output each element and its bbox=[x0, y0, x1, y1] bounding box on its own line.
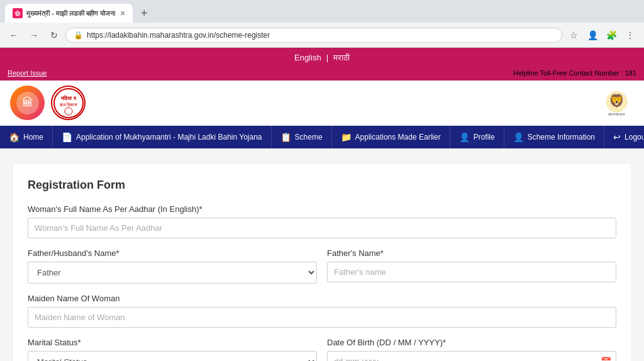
back-button[interactable]: ← bbox=[5, 26, 23, 44]
browser-action-buttons: ☆ 👤 🧩 ⋮ bbox=[565, 26, 639, 44]
svg-text:🦁: 🦁 bbox=[609, 93, 625, 108]
english-link[interactable]: English bbox=[294, 53, 321, 63]
tab-bar: 🌸 मुख्यमंत्री - माझी लडकी बहीण योजना × + bbox=[0, 0, 644, 23]
form-title: Registration Form bbox=[28, 179, 616, 192]
navigation-bar: 🏠 Home 📄 Application of Mukhyamantri - M… bbox=[0, 126, 644, 148]
maiden-name-label: Maiden Name Of Woman bbox=[28, 294, 616, 303]
logo-left: 🏛 महिला व बाल विकास bbox=[10, 86, 86, 120]
home-icon: 🏠 bbox=[9, 132, 19, 142]
report-bar: Report Issue Helpline Toll-Free Contact … bbox=[0, 68, 644, 81]
page: English | मराठी Report Issue Helpline To… bbox=[0, 48, 644, 361]
browser-controls: ← → ↻ 🔒 https://ladakibahin.maharashtra.… bbox=[0, 23, 644, 48]
father-husband-row: Father/Husband's Name* Father Husband Fa… bbox=[28, 248, 616, 294]
father-name-input[interactable] bbox=[327, 262, 616, 282]
lock-icon: 🔒 bbox=[74, 31, 83, 40]
applications-earlier-icon: 📁 bbox=[341, 132, 352, 142]
tab-favicon: 🌸 bbox=[13, 8, 23, 18]
tab-title: मुख्यमंत्री - माझी लडकी बहीण योजना bbox=[26, 9, 115, 18]
nav-profile-label: Profile bbox=[474, 133, 495, 142]
scheme-info-icon: 👤 bbox=[513, 132, 524, 142]
nav-profile[interactable]: 👤 Profile bbox=[450, 126, 504, 148]
father-husband-group: Father/Husband's Name* Father Husband bbox=[28, 248, 317, 284]
marital-status-label: Marital Status* bbox=[28, 338, 317, 347]
marathi-link[interactable]: मराठी bbox=[333, 53, 350, 63]
dob-input-wrapper: 📅 bbox=[327, 351, 616, 361]
bookmark-button[interactable]: ☆ bbox=[565, 26, 582, 44]
extensions-button[interactable]: 🧩 bbox=[602, 26, 620, 44]
india-emblem: 🦁 भारत सरकार bbox=[599, 86, 634, 120]
scheme-icon: 📋 bbox=[280, 132, 291, 142]
new-tab-button[interactable]: + bbox=[135, 4, 153, 22]
ashoka-emblem-svg: 🦁 भारत सरकार bbox=[599, 86, 634, 120]
dob-input[interactable] bbox=[327, 351, 616, 361]
profile-button[interactable]: 👤 bbox=[584, 26, 601, 44]
full-name-group: Woman's Full Name As Per Aadhar (In Engl… bbox=[28, 204, 616, 238]
lang-separator: | bbox=[326, 53, 328, 63]
marital-status-group: Marital Status* Marital Status Single Ma… bbox=[28, 338, 317, 361]
nav-logout-label: Logout bbox=[625, 133, 644, 142]
wcd-emblem-svg: महिला व बाल विकास bbox=[53, 87, 84, 119]
svg-text:भारत सरकार: भारत सरकार bbox=[608, 113, 626, 116]
maharashtra-logo: 🏛 bbox=[10, 86, 45, 120]
logout-icon: ↩ bbox=[613, 132, 621, 142]
dob-group: Date Of Birth (DD / MM / YYYY)* 📅 bbox=[327, 338, 616, 361]
reload-button[interactable]: ↻ bbox=[45, 26, 63, 44]
nav-applications-earlier[interactable]: 📁 Applications Made Earlier bbox=[332, 126, 450, 148]
nav-scheme[interactable]: 📋 Scheme bbox=[272, 126, 332, 148]
svg-text:बाल विकास: बाल विकास bbox=[58, 102, 77, 107]
nav-home[interactable]: 🏠 Home bbox=[0, 126, 53, 148]
url-text: https://ladakibahin.maharashtra.gov.in/s… bbox=[87, 31, 554, 40]
report-issue-link[interactable]: Report Issue bbox=[8, 69, 47, 77]
nav-application-label: Application of Mukhyamantri - Majhi Ladk… bbox=[76, 133, 262, 142]
language-bar: English | मराठी bbox=[0, 48, 644, 68]
full-name-label: Woman's Full Name As Per Aadhar (In Engl… bbox=[28, 204, 616, 214]
menu-button[interactable]: ⋮ bbox=[621, 26, 639, 44]
main-content: Registration Form Woman's Full Name As P… bbox=[0, 148, 644, 361]
father-name-group: Father's Name* bbox=[327, 248, 616, 284]
maiden-name-input[interactable] bbox=[28, 307, 616, 328]
registration-form-card: Registration Form Woman's Full Name As P… bbox=[13, 164, 631, 361]
marital-dob-row: Marital Status* Marital Status Single Ma… bbox=[28, 338, 616, 361]
wcd-logo: महिला व बाल विकास bbox=[51, 86, 86, 120]
profile-icon: 👤 bbox=[459, 132, 470, 142]
forward-button[interactable]: → bbox=[25, 26, 43, 44]
helpline-text: Helpline Toll-Free Contact Number : 181 bbox=[513, 69, 636, 77]
father-husband-label: Father/Husband's Name* bbox=[28, 248, 317, 258]
nav-application[interactable]: 📄 Application of Mukhyamantri - Majhi La… bbox=[53, 126, 272, 148]
father-husband-select[interactable]: Father Husband bbox=[28, 262, 317, 284]
marital-status-select[interactable]: Marital Status Single Married Widowed Di… bbox=[28, 351, 317, 361]
nav-scheme-information[interactable]: 👤 Scheme Information bbox=[504, 126, 604, 148]
nav-logout[interactable]: ↩ Logout bbox=[604, 126, 644, 148]
address-bar[interactable]: 🔒 https://ladakibahin.maharashtra.gov.in… bbox=[65, 28, 562, 43]
nav-scheme-information-label: Scheme Information bbox=[528, 133, 595, 142]
svg-text:🏛: 🏛 bbox=[22, 96, 33, 109]
application-icon: 📄 bbox=[62, 132, 72, 142]
nav-scheme-label: Scheme bbox=[295, 133, 323, 142]
nav-home-label: Home bbox=[23, 133, 43, 142]
logo-bar: 🏛 महिला व बाल विकास 🦁 भारत सरकार bbox=[0, 81, 644, 126]
state-emblem-svg: 🏛 bbox=[15, 91, 40, 116]
browser-chrome: 🌸 मुख्यमंत्री - माझी लडकी बहीण योजना × +… bbox=[0, 0, 644, 48]
svg-text:महिला व: महिला व bbox=[60, 95, 76, 101]
nav-applications-earlier-label: Applications Made Earlier bbox=[355, 133, 441, 142]
calendar-icon: 📅 bbox=[601, 357, 611, 362]
full-name-input[interactable] bbox=[28, 218, 616, 238]
maiden-name-group: Maiden Name Of Woman bbox=[28, 294, 616, 328]
tab-close-button[interactable]: × bbox=[120, 8, 125, 18]
father-name-label: Father's Name* bbox=[327, 248, 616, 258]
active-tab[interactable]: 🌸 मुख्यमंत्री - माझी लडकी बहीण योजना × bbox=[5, 4, 133, 23]
dob-label: Date Of Birth (DD / MM / YYYY)* bbox=[327, 338, 616, 347]
